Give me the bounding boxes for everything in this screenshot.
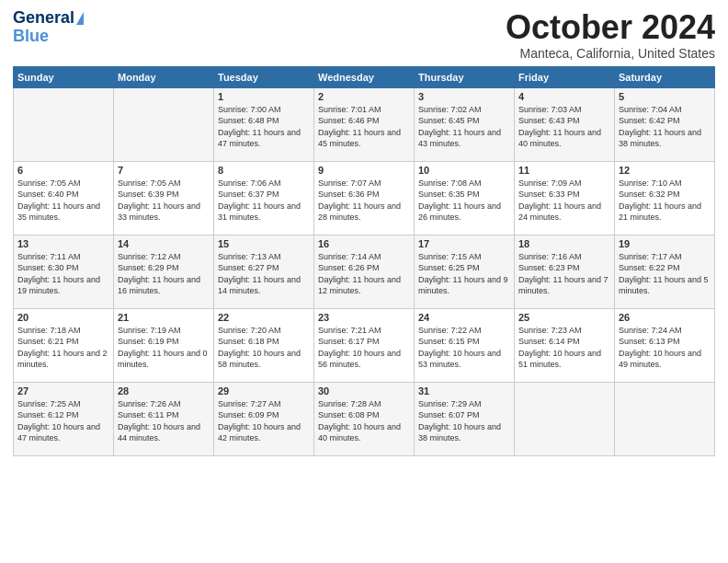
day-number: 16 <box>318 238 410 249</box>
day-info: Sunrise: 7:15 AM Sunset: 6:25 PM Dayligh… <box>418 251 510 297</box>
calendar-cell: 11Sunrise: 7:09 AM Sunset: 6:33 PM Dayli… <box>515 161 615 235</box>
title-area: October 2024 Manteca, California, United… <box>506 9 715 61</box>
calendar-cell: 16Sunrise: 7:14 AM Sunset: 6:26 PM Dayli… <box>314 235 415 308</box>
day-number: 12 <box>619 165 711 176</box>
day-number: 6 <box>17 165 109 176</box>
header: General Blue October 2024 Manteca, Calif… <box>13 9 715 61</box>
day-number: 18 <box>518 238 610 249</box>
calendar-cell: 5Sunrise: 7:04 AM Sunset: 6:42 PM Daylig… <box>615 87 715 161</box>
day-number: 3 <box>418 91 510 102</box>
calendar-cell: 20Sunrise: 7:18 AM Sunset: 6:21 PM Dayli… <box>14 308 114 382</box>
calendar-cell: 10Sunrise: 7:08 AM Sunset: 6:35 PM Dayli… <box>415 161 515 235</box>
calendar-cell: 7Sunrise: 7:05 AM Sunset: 6:39 PM Daylig… <box>114 161 214 235</box>
day-number: 17 <box>418 238 510 249</box>
day-number: 7 <box>118 165 210 176</box>
day-info: Sunrise: 7:20 AM Sunset: 6:18 PM Dayligh… <box>218 325 310 371</box>
week-row-5: 27Sunrise: 7:25 AM Sunset: 6:12 PM Dayli… <box>14 382 715 455</box>
location-subtitle: Manteca, California, United States <box>506 46 715 61</box>
calendar-cell: 18Sunrise: 7:16 AM Sunset: 6:23 PM Dayli… <box>515 235 615 308</box>
calendar-cell: 17Sunrise: 7:15 AM Sunset: 6:25 PM Dayli… <box>415 235 515 308</box>
weekday-header-sunday: Sunday <box>14 66 114 87</box>
day-info: Sunrise: 7:21 AM Sunset: 6:17 PM Dayligh… <box>318 325 410 371</box>
calendar-cell: 8Sunrise: 7:06 AM Sunset: 6:37 PM Daylig… <box>214 161 314 235</box>
calendar-cell: 22Sunrise: 7:20 AM Sunset: 6:18 PM Dayli… <box>214 308 314 382</box>
day-info: Sunrise: 7:08 AM Sunset: 6:35 PM Dayligh… <box>418 178 510 224</box>
day-number: 29 <box>218 385 310 396</box>
logo-text-blue: Blue <box>13 28 49 46</box>
calendar-cell: 4Sunrise: 7:03 AM Sunset: 6:43 PM Daylig… <box>515 87 615 161</box>
day-number: 5 <box>619 91 711 102</box>
weekday-header-saturday: Saturday <box>615 66 715 87</box>
day-info: Sunrise: 7:11 AM Sunset: 6:30 PM Dayligh… <box>17 251 109 297</box>
day-info: Sunrise: 7:26 AM Sunset: 6:11 PM Dayligh… <box>118 398 210 444</box>
calendar-cell: 3Sunrise: 7:02 AM Sunset: 6:45 PM Daylig… <box>415 87 515 161</box>
day-number: 13 <box>17 238 109 249</box>
calendar-cell <box>14 87 114 161</box>
day-number: 22 <box>218 312 310 323</box>
calendar-cell: 1Sunrise: 7:00 AM Sunset: 6:48 PM Daylig… <box>214 87 314 161</box>
weekday-header-tuesday: Tuesday <box>214 66 314 87</box>
day-number: 30 <box>318 385 410 396</box>
logo-text-general: General <box>13 9 74 28</box>
weekday-header-thursday: Thursday <box>415 66 515 87</box>
day-info: Sunrise: 7:18 AM Sunset: 6:21 PM Dayligh… <box>17 325 109 371</box>
day-number: 24 <box>418 312 510 323</box>
day-info: Sunrise: 7:27 AM Sunset: 6:09 PM Dayligh… <box>218 398 310 444</box>
day-info: Sunrise: 7:14 AM Sunset: 6:26 PM Dayligh… <box>318 251 410 297</box>
calendar-cell: 13Sunrise: 7:11 AM Sunset: 6:30 PM Dayli… <box>14 235 114 308</box>
day-info: Sunrise: 7:19 AM Sunset: 6:19 PM Dayligh… <box>118 325 210 371</box>
day-number: 19 <box>619 238 711 249</box>
day-info: Sunrise: 7:10 AM Sunset: 6:32 PM Dayligh… <box>619 178 711 224</box>
day-info: Sunrise: 7:05 AM Sunset: 6:40 PM Dayligh… <box>17 178 109 224</box>
calendar-cell: 26Sunrise: 7:24 AM Sunset: 6:13 PM Dayli… <box>615 308 715 382</box>
page-container: General Blue October 2024 Manteca, Calif… <box>0 0 728 464</box>
day-info: Sunrise: 7:13 AM Sunset: 6:27 PM Dayligh… <box>218 251 310 297</box>
day-number: 8 <box>218 165 310 176</box>
weekday-header-wednesday: Wednesday <box>314 66 415 87</box>
day-info: Sunrise: 7:01 AM Sunset: 6:46 PM Dayligh… <box>318 104 410 150</box>
day-info: Sunrise: 7:00 AM Sunset: 6:48 PM Dayligh… <box>218 104 310 150</box>
day-number: 23 <box>318 312 410 323</box>
day-info: Sunrise: 7:29 AM Sunset: 6:07 PM Dayligh… <box>418 398 510 444</box>
day-number: 14 <box>118 238 210 249</box>
day-info: Sunrise: 7:23 AM Sunset: 6:14 PM Dayligh… <box>518 325 610 371</box>
day-info: Sunrise: 7:06 AM Sunset: 6:37 PM Dayligh… <box>218 178 310 224</box>
day-info: Sunrise: 7:24 AM Sunset: 6:13 PM Dayligh… <box>619 325 711 371</box>
week-row-2: 6Sunrise: 7:05 AM Sunset: 6:40 PM Daylig… <box>14 161 715 235</box>
calendar-cell: 21Sunrise: 7:19 AM Sunset: 6:19 PM Dayli… <box>114 308 214 382</box>
day-info: Sunrise: 7:07 AM Sunset: 6:36 PM Dayligh… <box>318 178 410 224</box>
week-row-4: 20Sunrise: 7:18 AM Sunset: 6:21 PM Dayli… <box>14 308 715 382</box>
day-number: 11 <box>518 165 610 176</box>
day-info: Sunrise: 7:04 AM Sunset: 6:42 PM Dayligh… <box>619 104 711 150</box>
calendar-cell <box>615 382 715 455</box>
calendar-cell: 9Sunrise: 7:07 AM Sunset: 6:36 PM Daylig… <box>314 161 415 235</box>
day-number: 27 <box>17 385 109 396</box>
day-number: 26 <box>619 312 711 323</box>
day-number: 1 <box>218 91 310 102</box>
day-info: Sunrise: 7:25 AM Sunset: 6:12 PM Dayligh… <box>17 398 109 444</box>
calendar-cell <box>515 382 615 455</box>
day-number: 28 <box>118 385 210 396</box>
calendar-table: SundayMondayTuesdayWednesdayThursdayFrid… <box>13 66 715 456</box>
calendar-cell: 29Sunrise: 7:27 AM Sunset: 6:09 PM Dayli… <box>214 382 314 455</box>
weekday-header-friday: Friday <box>515 66 615 87</box>
calendar-cell: 24Sunrise: 7:22 AM Sunset: 6:15 PM Dayli… <box>415 308 515 382</box>
calendar-cell: 6Sunrise: 7:05 AM Sunset: 6:40 PM Daylig… <box>14 161 114 235</box>
month-title: October 2024 <box>506 9 715 46</box>
calendar-cell: 28Sunrise: 7:26 AM Sunset: 6:11 PM Dayli… <box>114 382 214 455</box>
calendar-cell: 23Sunrise: 7:21 AM Sunset: 6:17 PM Dayli… <box>314 308 415 382</box>
calendar-cell: 14Sunrise: 7:12 AM Sunset: 6:29 PM Dayli… <box>114 235 214 308</box>
logo: General Blue <box>13 9 84 46</box>
day-number: 31 <box>418 385 510 396</box>
day-info: Sunrise: 7:22 AM Sunset: 6:15 PM Dayligh… <box>418 325 510 371</box>
logo-triangle-icon <box>76 12 84 25</box>
calendar-cell: 30Sunrise: 7:28 AM Sunset: 6:08 PM Dayli… <box>314 382 415 455</box>
day-number: 4 <box>518 91 610 102</box>
day-info: Sunrise: 7:05 AM Sunset: 6:39 PM Dayligh… <box>118 178 210 224</box>
calendar-cell: 2Sunrise: 7:01 AM Sunset: 6:46 PM Daylig… <box>314 87 415 161</box>
day-info: Sunrise: 7:03 AM Sunset: 6:43 PM Dayligh… <box>518 104 610 150</box>
day-number: 10 <box>418 165 510 176</box>
day-number: 21 <box>118 312 210 323</box>
day-number: 15 <box>218 238 310 249</box>
day-info: Sunrise: 7:17 AM Sunset: 6:22 PM Dayligh… <box>619 251 711 297</box>
